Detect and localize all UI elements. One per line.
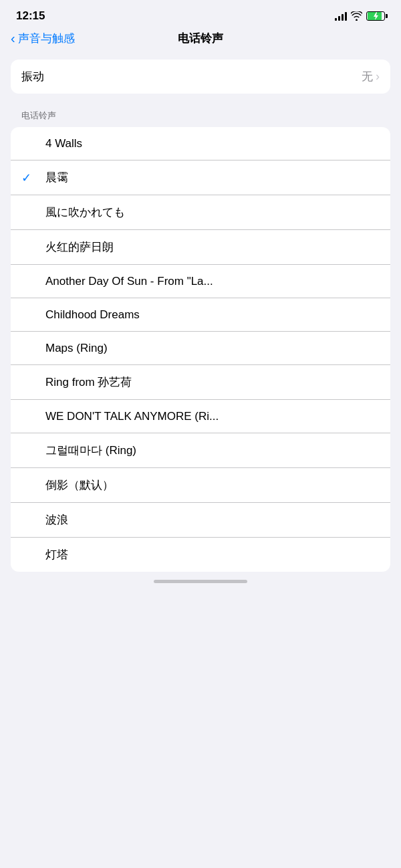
ringtone-item[interactable]: Childhood Dreams [11,298,390,332]
chevron-right-icon: › [376,70,380,84]
status-bar: 12:15 [0,0,401,28]
ringtone-item[interactable]: ✓ 晨霭 [11,160,390,195]
signal-icon [335,11,347,21]
checkmark-icon: ✓ [21,171,35,185]
ringtone-name: WE DON'T TALK ANYMORE (Ri... [45,410,219,423]
back-label: 声音与触感 [18,31,75,46]
charging-icon [373,12,378,20]
ringtone-item[interactable]: 倒影（默认） [11,468,390,503]
ringtone-item[interactable]: 4 Walls [11,127,390,160]
ringtone-item[interactable]: Ring from 孙艺荷 [11,365,390,400]
ringtone-item[interactable]: Another Day Of Sun - From "La... [11,265,390,298]
ringtone-item[interactable]: 灯塔 [11,538,390,572]
vibration-section: 振动 无 › [11,60,390,94]
status-icons [335,11,385,21]
ringtone-name: 波浪 [45,512,68,528]
ringtone-name: Childhood Dreams [45,308,140,322]
ringtone-name: 倒影（默认） [45,477,114,493]
home-indicator [154,580,247,583]
ringtone-name: 火红的萨日朗 [45,239,114,255]
ringtones-section-label: 电话铃声 [11,110,390,122]
ringtone-item[interactable]: 波浪 [11,503,390,538]
ringtone-name: Ring from 孙艺荷 [45,374,132,390]
ringtone-item[interactable]: 火红的萨日朗 [11,230,390,265]
ringtone-name: 그럴때마다 (Ring) [45,443,136,458]
ringtone-name: 4 Walls [45,137,82,150]
vibration-row[interactable]: 振动 无 › [11,60,390,94]
vibration-value: 无 › [362,69,380,84]
status-time: 12:15 [16,9,45,23]
ringtone-name: 灯塔 [45,547,68,562]
ringtone-item[interactable]: WE DON'T TALK ANYMORE (Ri... [11,400,390,433]
nav-bar: ‹ 声音与触感 电话铃声 [0,28,401,54]
page-title: 电话铃声 [178,31,223,46]
ringtone-name: Maps (Ring) [45,342,108,355]
ringtone-name: 晨霭 [45,170,68,185]
ringtone-item[interactable]: Maps (Ring) [11,332,390,365]
ringtone-item[interactable]: 그럴때마다 (Ring) [11,433,390,468]
battery-icon [366,11,385,21]
ringtone-item[interactable]: 風に吹かれても [11,195,390,230]
ringtones-list: 4 Walls ✓ 晨霭 風に吹かれても 火红的萨日朗 Another Day … [11,127,390,572]
wifi-icon [351,11,362,21]
ringtone-name: Another Day Of Sun - From "La... [45,275,213,288]
ringtone-name: 風に吹かれても [45,205,125,220]
main-content: 振动 无 › 电话铃声 4 Walls ✓ 晨霭 風に吹かれても 火红的萨日朗 [0,60,401,572]
back-button[interactable]: ‹ 声音与触感 [11,31,75,46]
vibration-label: 振动 [21,69,44,84]
chevron-left-icon: ‹ [11,31,15,45]
vibration-current-value: 无 [362,69,373,84]
